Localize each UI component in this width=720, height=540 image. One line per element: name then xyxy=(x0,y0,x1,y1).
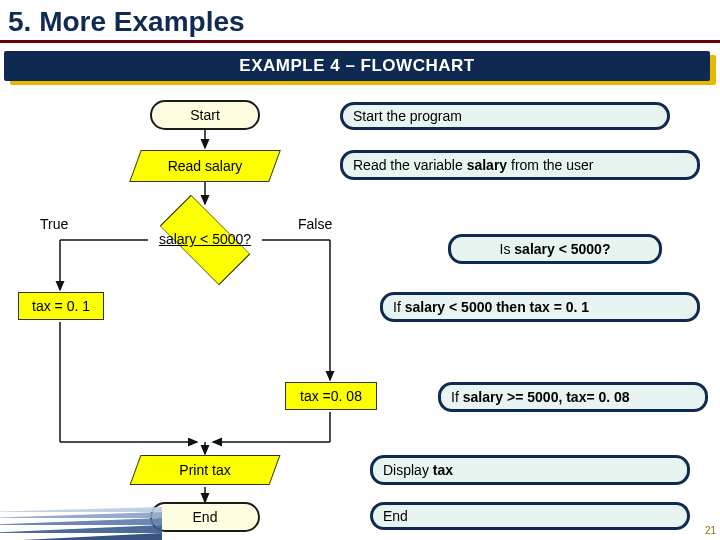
annotation-read-bold: salary xyxy=(467,157,507,173)
node-tax-true-label: tax = 0. 1 xyxy=(32,298,90,314)
label-false: False xyxy=(298,216,332,232)
annotation-print: Display tax xyxy=(370,455,690,485)
banner: EXAMPLE 4 – FLOWCHART xyxy=(0,51,720,85)
annotation-read: Read the variable salary from the user xyxy=(340,150,700,180)
annotation-tax-true-text: If salary < 5000 then tax = 0. 1 xyxy=(393,299,589,315)
decorative-stripes xyxy=(0,482,162,540)
banner-text: EXAMPLE 4 – FLOWCHART xyxy=(4,51,710,81)
node-start: Start xyxy=(150,100,260,130)
annotation-end: End xyxy=(370,502,690,530)
annotation-decision: Is salary < 5000? xyxy=(448,234,662,264)
node-end-label: End xyxy=(193,509,218,525)
annotation-tax-true-pre: If xyxy=(393,299,405,315)
annotation-print-bold: tax xyxy=(433,462,453,478)
annotation-decision-text: Is salary < 5000? xyxy=(500,241,611,257)
annotation-print-text: Display tax xyxy=(383,462,453,478)
annotation-tax-false: If salary >= 5000, tax= 0. 08 xyxy=(438,382,708,412)
annotation-decision-pre: Is xyxy=(500,241,515,257)
annotation-tax-false-pre: If xyxy=(451,389,463,405)
annotation-print-pre: Display xyxy=(383,462,433,478)
annotation-tax-false-text: If salary >= 5000, tax= 0. 08 xyxy=(451,389,630,405)
annotation-read-post: from the user xyxy=(507,157,593,173)
annotation-tax-true-bold: salary < 5000 then tax = 0. 1 xyxy=(405,299,589,315)
diagram-stage: Start Read salary salary < 5000? True Fa… xyxy=(0,92,720,540)
node-print-tax: Print tax xyxy=(135,455,275,485)
annotation-start: Start the program xyxy=(340,102,670,130)
node-read-salary-label: Read salary xyxy=(135,150,275,182)
node-decision: salary < 5000? xyxy=(145,205,265,275)
node-start-label: Start xyxy=(190,107,220,123)
annotation-tax-false-bold: salary >= 5000, tax= 0. 08 xyxy=(463,389,630,405)
annotation-tax-true: If salary < 5000 then tax = 0. 1 xyxy=(380,292,700,322)
node-tax-true: tax = 0. 1 xyxy=(18,292,104,320)
node-tax-false-label: tax =0. 08 xyxy=(300,388,362,404)
node-end: End xyxy=(150,502,260,532)
annotation-read-pre: Read the variable xyxy=(353,157,467,173)
annotation-start-text: Start the program xyxy=(353,108,462,124)
node-tax-false: tax =0. 08 xyxy=(285,382,377,410)
node-decision-label: salary < 5000? xyxy=(145,205,265,275)
page-number: 21 xyxy=(705,525,716,536)
node-print-tax-label: Print tax xyxy=(135,455,275,485)
label-true: True xyxy=(40,216,68,232)
annotation-end-text: End xyxy=(383,508,408,524)
page-title: 5. More Examples xyxy=(0,0,720,43)
annotation-read-text: Read the variable salary from the user xyxy=(353,157,594,173)
annotation-decision-bold: salary < 5000? xyxy=(514,241,610,257)
node-read-salary: Read salary xyxy=(135,150,275,182)
